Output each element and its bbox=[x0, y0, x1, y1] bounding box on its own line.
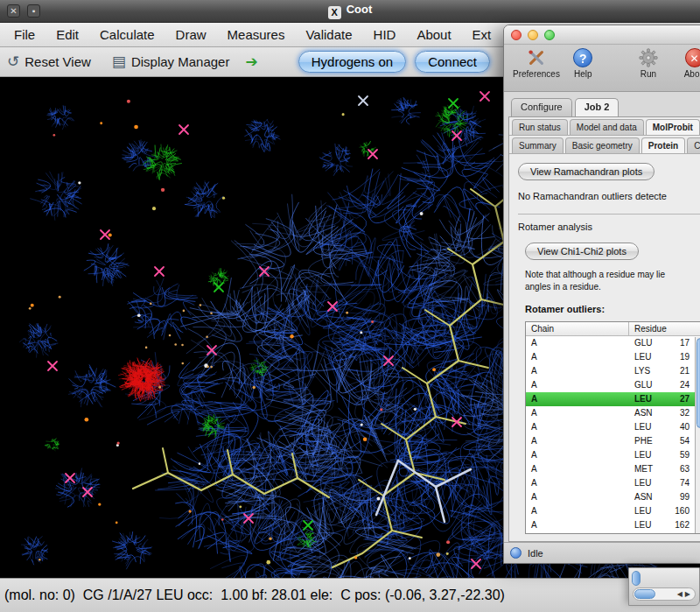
menu-about[interactable]: About bbox=[406, 27, 461, 42]
display-manager-icon[interactable]: ▤ bbox=[112, 53, 126, 71]
rotamer-row[interactable]: AGLU24 bbox=[526, 378, 696, 392]
result-tab-c[interactable]: C bbox=[687, 137, 700, 153]
table-header[interactable]: Chain Residue bbox=[526, 322, 700, 336]
x11-logo-icon: X bbox=[328, 6, 341, 19]
connect-button[interactable]: Connect bbox=[415, 51, 490, 73]
main-statusbar: (mol. no: 0) CG /1/A/27 LEU occ: 1.00 bf… bbox=[0, 578, 700, 612]
preferences-button[interactable]: Preferences bbox=[513, 48, 560, 79]
preferences-icon bbox=[527, 48, 546, 67]
hydrogens-toggle-button[interactable]: Hydrogens on bbox=[298, 51, 406, 73]
preferences-label: Preferences bbox=[513, 69, 560, 79]
menu-validate[interactable]: Validate bbox=[295, 27, 362, 42]
view-chi-plots-button[interactable]: View Chi1-Chi2 plots bbox=[525, 243, 639, 260]
scroll-arrows: ◀ ▶ bbox=[677, 590, 695, 598]
subtab-model-and-data[interactable]: Model and data bbox=[570, 119, 644, 135]
result-tab-protein[interactable]: Protein bbox=[641, 137, 685, 153]
rotamer-row[interactable]: ALEU40 bbox=[526, 420, 696, 434]
reset-view-icon[interactable]: ↺ bbox=[7, 53, 19, 71]
rotamer-row[interactable]: AASN32 bbox=[526, 406, 696, 420]
tab-configure[interactable]: Configure bbox=[511, 98, 572, 117]
menu-measures[interactable]: Measures bbox=[217, 27, 296, 42]
protein-results-panel: View Ramachandran plots No Ramachandran … bbox=[509, 156, 700, 541]
horizontal-scrollbar[interactable]: ◀ ▶ bbox=[633, 587, 696, 601]
scroll-left-icon[interactable]: ◀ bbox=[677, 590, 682, 598]
rotamer-row[interactable]: ALEU74 bbox=[526, 476, 696, 490]
dialog-statusbar: Idle bbox=[504, 542, 700, 563]
abort-button[interactable]: ✕ Abort bbox=[671, 48, 700, 79]
menu-edit[interactable]: Edit bbox=[46, 27, 89, 42]
rotamer-row[interactable]: AMET63 bbox=[526, 462, 696, 476]
rotamer-row[interactable]: ALYS21 bbox=[526, 364, 696, 378]
menu-ext[interactable]: Ext bbox=[462, 27, 502, 42]
run-button[interactable]: Run bbox=[626, 48, 672, 79]
rotamer-outliers-label: Rotamer outliers: bbox=[525, 304, 700, 314]
view-ramachandran-button[interactable]: View Ramachandran plots bbox=[518, 163, 654, 180]
menu-draw[interactable]: Draw bbox=[165, 27, 217, 42]
run-gear-icon bbox=[639, 48, 658, 67]
section-tabs: Run statusModel and dataMolProbit bbox=[509, 117, 700, 136]
rotamer-row[interactable]: ALEU59 bbox=[526, 448, 696, 462]
rotamer-row[interactable]: ALEU27 bbox=[526, 392, 696, 406]
result-tab-summary[interactable]: Summary bbox=[512, 137, 564, 153]
abort-icon: ✕ bbox=[685, 48, 700, 67]
window-title-text: Coot bbox=[346, 3, 373, 16]
rotamer-analysis-title: Rotamer analysis bbox=[518, 222, 700, 232]
help-icon: ? bbox=[573, 48, 592, 67]
table-scrollbar-thumb[interactable] bbox=[696, 338, 700, 428]
rotamer-row[interactable]: ALEU160 bbox=[526, 504, 696, 518]
tab-job-2[interactable]: Job 2 bbox=[575, 98, 620, 117]
horizontal-scrollbar-thumb[interactable] bbox=[634, 589, 655, 599]
menu-file[interactable]: File bbox=[4, 27, 46, 42]
notebook-panel: Run statusModel and dataMolProbit Summar… bbox=[508, 116, 700, 542]
coot-application: ✕ ▪ XCoot FileEditCalculateDrawMeasuresV… bbox=[0, 0, 700, 612]
dialog-zoom-button[interactable] bbox=[544, 30, 555, 40]
status-orb-icon bbox=[510, 547, 522, 559]
dialog-status-text: Idle bbox=[528, 548, 543, 559]
vertical-scrollbar-thumb[interactable] bbox=[632, 571, 640, 586]
molprobity-dialog: Preferences ? Help bbox=[503, 25, 700, 564]
dialog-titlebar[interactable] bbox=[504, 25, 700, 45]
rotamer-note-line2: angles in a residue. bbox=[525, 282, 601, 292]
scroll-right-icon[interactable]: ▶ bbox=[685, 590, 690, 598]
help-label: Help bbox=[574, 69, 592, 79]
reset-view-button[interactable]: Reset View bbox=[24, 54, 91, 69]
dialog-toolbar: Preferences ? Help bbox=[504, 45, 700, 92]
job-tabs: ConfigureJob 2 bbox=[504, 92, 700, 117]
rotamer-row[interactable]: ALEU162 bbox=[526, 518, 696, 532]
menu-calculate[interactable]: Calculate bbox=[89, 27, 165, 42]
rotamer-note-line1: Note that although a residue may lie bbox=[525, 270, 665, 279]
menu-hid[interactable]: HID bbox=[363, 27, 407, 42]
rotamer-row[interactable]: APHE54 bbox=[526, 434, 696, 448]
chain-column-header[interactable]: Chain bbox=[526, 322, 629, 335]
window-title: XCoot bbox=[0, 3, 700, 19]
subtab-run-status[interactable]: Run status bbox=[512, 119, 568, 135]
help-button[interactable]: ? Help bbox=[560, 48, 606, 79]
table-body: AGLU17ALEU19ALYS21AGLU24ALEU27AASN32ALEU… bbox=[526, 336, 700, 532]
residue-column-header[interactable]: Residue bbox=[629, 322, 667, 335]
ramachandran-message: No Ramachandran outliers detecte bbox=[518, 191, 700, 201]
forward-arrow-icon[interactable]: ➔ bbox=[245, 53, 257, 71]
result-tab-basic-geometry[interactable]: Basic geometry bbox=[565, 137, 640, 153]
rotamer-row[interactable]: AASN99 bbox=[526, 490, 696, 504]
display-manager-button[interactable]: Display Manager bbox=[131, 54, 230, 69]
rotamer-row[interactable]: ALEU19 bbox=[526, 350, 696, 364]
titlebar[interactable]: ✕ ▪ XCoot bbox=[0, 0, 700, 23]
dialog-minimize-button[interactable] bbox=[528, 30, 538, 40]
dialog-close-button[interactable] bbox=[511, 30, 522, 40]
table-scrollbar[interactable] bbox=[695, 337, 700, 533]
separator bbox=[518, 214, 700, 215]
background-window-corner: ◀ ▶ bbox=[628, 567, 700, 606]
atom-status-text: (mol. no: 0) CG /1/A/27 LEU occ: 1.00 bf… bbox=[0, 587, 505, 603]
result-tabs: SummaryBasic geometryProteinC bbox=[509, 136, 700, 154]
rotamer-note: Note that although a residue may lie ang… bbox=[525, 269, 700, 293]
subtab-molprobit[interactable]: MolProbit bbox=[646, 119, 700, 135]
abort-label: Abort bbox=[684, 69, 700, 79]
rotamer-row[interactable]: AGLU17 bbox=[526, 336, 696, 350]
run-label: Run bbox=[640, 69, 656, 79]
rotamer-outliers-table: Chain Residue AGLU17ALEU19ALYS21AGLU24AL… bbox=[525, 321, 700, 534]
